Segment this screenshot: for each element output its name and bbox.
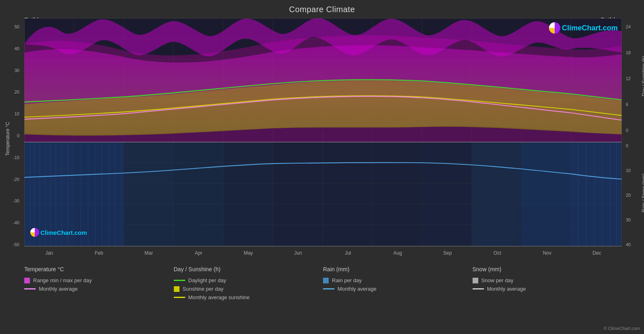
y-axis-right-sunshine-label: Day / Sunshine (h) [641, 18, 644, 134]
legend-sunshine-title: Day / Sunshine (h) [174, 266, 323, 272]
legend-temp-avg: Monthly average [24, 286, 174, 292]
logo-text-top: ClimeChart.com [562, 24, 618, 32]
legend-area: Temperature °C Range min / max per day M… [24, 261, 622, 334]
chart-svg [24, 18, 622, 259]
logo-icon-top [549, 22, 560, 34]
rain-avg-label: Monthly average [338, 286, 376, 292]
month-feb: Feb [74, 250, 124, 256]
legend-rain-bar: Rain per day [323, 277, 473, 283]
legend-rain-avg: Monthly average [323, 286, 473, 292]
rain-swatch [323, 278, 329, 283]
month-jun: Jun [273, 250, 323, 256]
legend-snow-avg: Monthly average [473, 286, 622, 292]
month-sep: Sep [422, 250, 472, 256]
y-axis-right-bottom-ticks: 0 10 20 30 40 [626, 143, 642, 247]
temp-avg-label: Monthly average [39, 286, 78, 292]
y-axis-right-top-ticks: 24 18 12 6 0 [626, 24, 642, 133]
chart-wrapper: Fethiye Fethiye Temperature °C 50 40 30 … [24, 18, 622, 259]
page-title: Compare Climate [0, 0, 644, 14]
month-jan: Jan [24, 250, 74, 256]
legend-daylight: Daylight per day [174, 277, 323, 283]
svg-rect-33 [522, 142, 571, 246]
month-dec: Dec [572, 250, 622, 256]
svg-rect-32 [472, 142, 522, 246]
svg-rect-31 [422, 142, 472, 246]
legend-snow: Snow (mm) Snow per day Monthly average [473, 266, 622, 292]
rain-avg-line [323, 288, 334, 289]
legend-sunshine-avg: Monthly average sunshine [174, 294, 323, 300]
temp-range-swatch [24, 278, 30, 283]
legend-temp-title: Temperature °C [24, 266, 174, 272]
legend-snow-title: Snow (mm) [473, 266, 622, 272]
svg-rect-27 [223, 142, 273, 246]
logo-text-bottom: ClimeChart.com [40, 229, 87, 236]
svg-rect-28 [273, 142, 323, 246]
logo-top-right: ClimeChart.com [549, 22, 618, 34]
svg-rect-29 [323, 142, 372, 246]
svg-rect-30 [372, 142, 422, 246]
y-axis-left-ticks: 50 40 30 20 10 0 -10 -20 -30 -40 -50 [3, 24, 19, 247]
legend-temp-range: Range min / max per day [24, 277, 174, 283]
svg-rect-25 [124, 142, 173, 246]
daylight-line [174, 280, 185, 281]
legend-snow-bar: Snow per day [473, 277, 622, 283]
copyright: © ClimeChart.com [604, 326, 640, 331]
legend-rain: Rain (mm) Rain per day Monthly average [323, 266, 473, 292]
svg-rect-34 [571, 142, 622, 246]
legend-sunshine: Day / Sunshine (h) Daylight per day Suns… [174, 266, 323, 300]
sunshine-swatch [174, 286, 179, 292]
legend-rain-title: Rain (mm) [323, 266, 473, 272]
x-axis-labels: Jan Feb Mar Apr May Jun Jul Aug Sep Oct … [24, 250, 622, 256]
page-container: Compare Climate ClimeChart.com Fethiye F… [0, 0, 644, 334]
legend-sunshine-bar: Sunshine per day [174, 286, 323, 292]
sunshine-avg-label: Monthly average sunshine [188, 294, 250, 300]
month-aug: Aug [373, 250, 422, 256]
snow-avg-line [473, 288, 484, 289]
month-jul: Jul [323, 250, 373, 256]
sunshine-avg-line [174, 297, 185, 298]
daylight-label: Daylight per day [188, 277, 226, 283]
month-mar: Mar [124, 250, 173, 256]
y-axis-right-rain-label: Rain / Snow (mm) [641, 139, 644, 247]
month-may: May [224, 250, 273, 256]
rain-label: Rain per day [332, 277, 362, 283]
legend-temperature: Temperature °C Range min / max per day M… [24, 266, 174, 292]
sunshine-label: Sunshine per day [183, 286, 224, 292]
svg-rect-26 [173, 142, 223, 246]
logo-icon-bottom [30, 228, 39, 237]
month-oct: Oct [473, 250, 522, 256]
month-nov: Nov [522, 250, 572, 256]
snow-swatch [473, 278, 478, 283]
month-apr: Apr [174, 250, 224, 256]
logo-bottom-left: ClimeChart.com [30, 228, 87, 237]
snow-label: Snow per day [481, 277, 514, 283]
snow-avg-label: Monthly average [487, 286, 526, 292]
temp-range-label: Range min / max per day [33, 277, 92, 283]
temp-avg-line [24, 288, 36, 289]
